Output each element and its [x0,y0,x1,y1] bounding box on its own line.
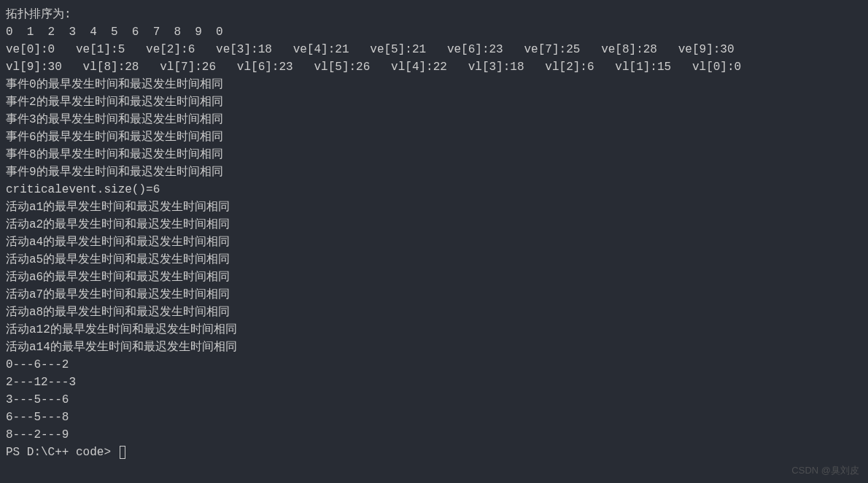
output-event-3: 事件3的最早发生时间和最迟发生时间相同 [6,111,862,128]
output-activity-a8: 活动a8的最早发生时间和最迟发生时间相同 [6,304,862,321]
prompt-text: PS D:\C++ code> [6,444,118,461]
watermark: CSDN @臭刘皮 [791,463,859,478]
output-activity-a4: 活动a4的最早发生时间和最迟发生时间相同 [6,233,862,251]
prompt-line[interactable]: PS D:\C++ code> [6,444,862,461]
output-path-5: 8---2---9 [6,426,862,444]
output-ve-line: ve[0]:0 ve[1]:5 ve[2]:6 ve[3]:18 ve[4]:2… [6,41,862,58]
output-activity-a6: 活动a6的最早发生时间和最迟发生时间相同 [6,268,862,286]
output-event-8: 事件8的最早发生时间和最迟发生时间相同 [6,146,862,163]
output-path-3: 3---5---6 [6,391,862,409]
output-activity-a2: 活动a2的最早发生时间和最迟发生时间相同 [6,216,862,233]
output-path-4: 6---5---8 [6,409,862,426]
output-event-6: 事件6的最早发生时间和最迟发生时间相同 [6,128,862,146]
output-activity-a7: 活动a7的最早发生时间和最迟发生时间相同 [6,286,862,304]
output-vl-line: vl[9]:30 vl[8]:28 vl[7]:26 vl[6]:23 vl[5… [6,58,862,76]
output-event-2: 事件2的最早发生时间和最迟发生时间相同 [6,93,862,111]
output-activity-a14: 活动a14的最早发生时间和最迟发生时间相同 [6,339,862,356]
output-activity-a5: 活动a5的最早发生时间和最迟发生时间相同 [6,251,862,268]
output-event-9: 事件9的最早发生时间和最迟发生时间相同 [6,163,862,181]
output-path-1: 0---6---2 [6,356,862,374]
output-activity-a1: 活动a1的最早发生时间和最迟发生时间相同 [6,198,862,216]
output-header: 拓扑排序为: [6,6,862,23]
output-critical-size: criticalevent.size()=6 [6,181,862,198]
output-activity-a12: 活动a12的最早发生时间和最迟发生时间相同 [6,321,862,339]
output-topo-order: 0 1 2 3 4 5 6 7 8 9 0 [6,23,862,41]
output-path-2: 2---12---3 [6,374,862,391]
output-event-0: 事件0的最早发生时间和最迟发生时间相同 [6,76,862,93]
cursor-icon [120,446,125,459]
